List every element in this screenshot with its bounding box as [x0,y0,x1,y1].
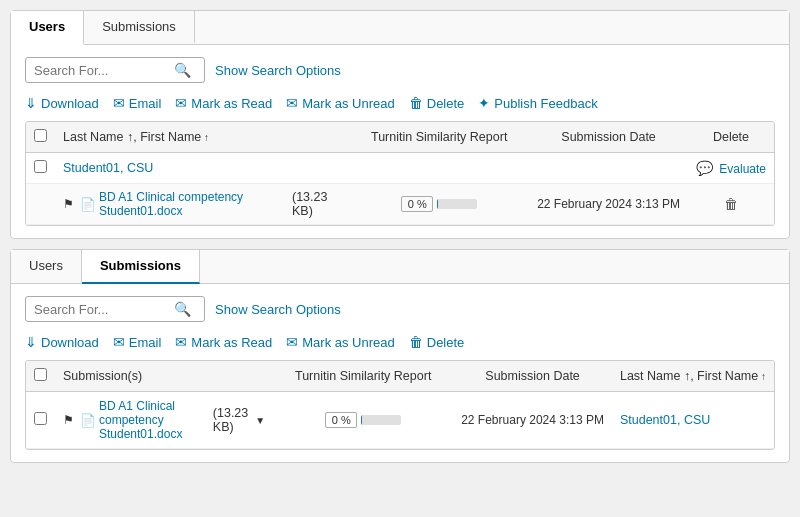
file-link-2[interactable]: BD A1 Clinical competency Student01.docx [99,399,210,441]
delete-icon-1: 🗑 [409,95,423,111]
panel-2-body: 🔍 Show Search Options ⇓ Download ✉ Email… [11,284,789,462]
row-checkbox-1[interactable] [34,160,47,173]
sim-bar-outer-1 [437,199,477,209]
file-delete-1: 🗑 [688,184,774,225]
select-all-checkbox-2[interactable] [34,368,47,381]
row-checkbox-2[interactable] [34,412,47,425]
download-label-1: Download [41,96,99,111]
file-delete-icon-1[interactable]: 🗑 [724,196,738,212]
mark-read-icon-2: ✉ [175,334,187,350]
download-icon-1: ⇓ [25,95,37,111]
file-icons-1: ⚑ 📄 BD A1 Clinical competency Student01.… [63,190,341,218]
mark-unread-label-1: Mark as Unread [302,96,394,111]
th-lastname-label-1: Last Name [63,130,123,144]
search-input-1[interactable] [34,63,174,78]
download-btn-1[interactable]: ⇓ Download [25,95,99,111]
comment-icon-1: 💬 [696,160,713,176]
download-label-2: Download [41,335,99,350]
file-row-1: ⚑ 📄 BD A1 Clinical competency Student01.… [26,184,774,225]
sim-badge-2: 0 % [325,412,357,428]
row-checkbox-cell-1 [26,153,55,184]
tab-submissions-1[interactable]: Submissions [84,11,195,44]
sim-badge-1: 0 % [401,196,433,212]
table-row: Student01, CSU 💬 Evaluate [26,153,774,184]
th-date-1: Submission Date [529,122,688,153]
th-firstname-label-1: ↑, First Name [127,130,209,144]
email-label-1: Email [129,96,162,111]
search-icon-2: 🔍 [174,301,191,317]
mark-read-icon-1: ✉ [175,95,187,111]
th-submissions-2[interactable]: Submission(s) [55,361,273,392]
row-similarity-1 [349,153,529,184]
row-checkbox-cell-2 [26,392,55,449]
mark-read-btn-2[interactable]: ✉ Mark as Read [175,334,272,350]
delete-icon-2: 🗑 [409,334,423,350]
dropdown-icon-2[interactable]: ▼ [255,415,265,426]
th-name-2[interactable]: Last Name ↑, First Name [612,361,774,392]
publish-icon-1: ✦ [478,95,490,111]
student-name-cell-1: Student01, CSU [55,153,349,184]
select-all-checkbox-1[interactable] [34,129,47,142]
similarity-bar-1: 0 % [357,196,521,212]
table-2: Submission(s) Turnitin Similarity Report… [26,361,774,449]
mark-unread-label-2: Mark as Unread [302,335,394,350]
table-wrap-2: Submission(s) Turnitin Similarity Report… [25,360,775,450]
show-search-options-1[interactable]: Show Search Options [215,63,341,78]
show-search-options-2[interactable]: Show Search Options [215,302,341,317]
similarity-bar-2: 0 % [281,412,445,428]
publish-btn-1[interactable]: ✦ Publish Feedback [478,95,597,111]
download-icon-2: ⇓ [25,334,37,350]
row-evaluate-1: 💬 Evaluate [688,153,774,184]
email-btn-2[interactable]: ✉ Email [113,334,162,350]
delete-label-1: Delete [427,96,465,111]
th-firstname-label-2: ↑, First Name [684,369,766,383]
tab-bar-2: Users Submissions [11,250,789,284]
row-date-1 [529,153,688,184]
search-input-2[interactable] [34,302,174,317]
file-size-2: (13.23 KB) [213,406,248,434]
file-row-indent-1 [26,184,55,225]
sim-bar-outer-2 [361,415,401,425]
toolbar-1: ⇓ Download ✉ Email ✉ Mark as Read ✉ Mark… [25,95,775,111]
table-wrap-1: Last Name ↑, First Name Turnitin Similar… [25,121,775,226]
th-date-2: Submission Date [453,361,612,392]
file-name-cell-2: ⚑ 📄 BD A1 Clinical competency Student01.… [55,392,273,449]
file-link-1[interactable]: BD A1 Clinical competency Student01.docx [99,190,289,218]
toolbar-2: ⇓ Download ✉ Email ✉ Mark as Read ✉ Mark… [25,334,775,350]
th-checkbox-1 [26,122,55,153]
search-row-1: 🔍 Show Search Options [25,57,775,83]
table-header-row-1: Last Name ↑, First Name Turnitin Similar… [26,122,774,153]
file-similarity-1: 0 % [349,184,529,225]
search-box-1[interactable]: 🔍 [25,57,205,83]
table-header-row-2: Submission(s) Turnitin Similarity Report… [26,361,774,392]
publish-label-1: Publish Feedback [494,96,597,111]
student-name-link-2[interactable]: Student01, CSU [620,413,710,427]
th-delete-1: Delete [688,122,774,153]
table-1: Last Name ↑, First Name Turnitin Similar… [26,122,774,225]
mark-unread-btn-1[interactable]: ✉ Mark as Unread [286,95,394,111]
th-name-1[interactable]: Last Name ↑, First Name [55,122,349,153]
tab-submissions-2[interactable]: Submissions [82,250,200,284]
tab-users-1[interactable]: Users [11,11,84,45]
search-box-2[interactable]: 🔍 [25,296,205,322]
email-label-2: Email [129,335,162,350]
file-date-2: 22 February 2024 3:13 PM [453,392,612,449]
email-btn-1[interactable]: ✉ Email [113,95,162,111]
panel-2: Users Submissions 🔍 Show Search Options … [10,249,790,463]
download-btn-2[interactable]: ⇓ Download [25,334,99,350]
evaluate-btn-1[interactable]: 💬 Evaluate [696,162,766,176]
tab-bar-1: Users Submissions [11,11,789,45]
mark-read-label-1: Mark as Read [191,96,272,111]
delete-btn-1[interactable]: 🗑 Delete [409,95,465,111]
mark-read-btn-1[interactable]: ✉ Mark as Read [175,95,272,111]
mark-unread-icon-1: ✉ [286,95,298,111]
email-icon-2: ✉ [113,334,125,350]
tab-users-2[interactable]: Users [11,250,82,283]
delete-btn-2[interactable]: 🗑 Delete [409,334,465,350]
file-date-1: 22 February 2024 3:13 PM [529,184,688,225]
th-checkbox-2 [26,361,55,392]
mark-unread-btn-2[interactable]: ✉ Mark as Unread [286,334,394,350]
delete-label-2: Delete [427,335,465,350]
student-name-link-1[interactable]: Student01, CSU [63,161,153,175]
panel-1: Users Submissions 🔍 Show Search Options … [10,10,790,239]
